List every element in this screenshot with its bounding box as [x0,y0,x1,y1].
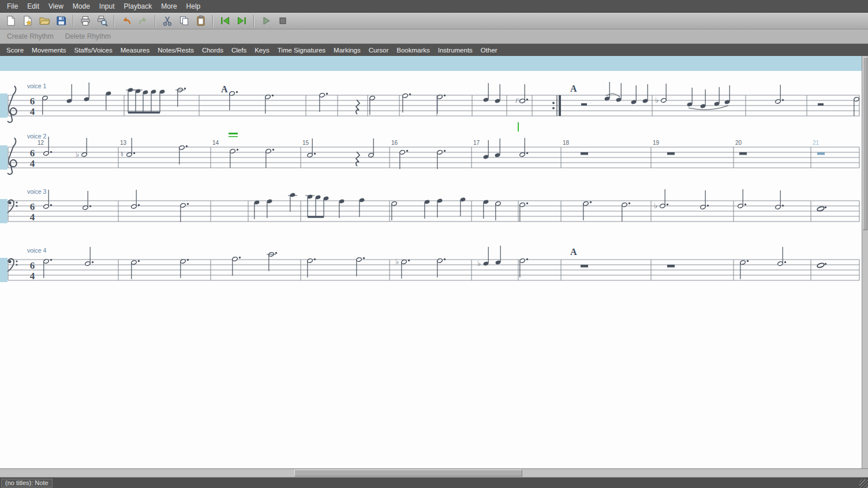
menu-item-movements[interactable]: Movements [28,46,70,54]
svg-text:16: 16 [391,140,398,146]
staff-system-voice-2[interactable]: voice 26412131415161718192021♭♮ [0,130,862,185]
delete-rhythm-button[interactable]: Delete Rhythm [63,31,113,42]
score-view[interactable]: voice 164AFineA♭ voice 26412131415161718… [0,56,868,468]
redo-button[interactable] [136,14,151,28]
mode-toolbar: ScoreMovementsStaffs/VoicesMeasuresNotes… [0,44,868,56]
copy-button[interactable] [177,14,192,28]
create-rhythm-button[interactable]: Create Rhythm [5,31,56,42]
svg-text:voice 4: voice 4 [27,247,46,254]
svg-text:A: A [570,247,577,257]
horizontal-scrollbar-thumb[interactable] [294,470,522,476]
open-file-icon [39,15,50,27]
svg-text:6: 6 [30,260,35,271]
application-window: FileEditViewModeInputPlaybackMoreHelp Cr… [0,0,868,488]
menu-item-notes-rests[interactable]: Notes/Rests [154,46,198,54]
svg-text:6: 6 [30,201,35,212]
toolbar-separator [114,15,115,27]
paste-button[interactable] [193,14,208,28]
paste-icon [195,15,207,27]
status-bar: (no titles): Note [0,478,868,488]
svg-text:20: 20 [735,140,742,146]
horizontal-scrollbar[interactable] [0,468,868,478]
svg-text:A: A [570,84,577,93]
main-toolbar [0,13,868,29]
menu-item-file[interactable]: File [2,1,23,12]
undo-button[interactable] [119,14,134,28]
svg-text:19: 19 [653,140,660,146]
menu-item-more[interactable]: More [156,1,181,12]
menu-item-staffs-voices[interactable]: Staffs/Voices [70,46,116,54]
menu-item-mode[interactable]: Mode [68,1,95,12]
play-button[interactable] [259,14,274,28]
go-to-start-button[interactable] [218,14,233,28]
svg-text:♭: ♭ [76,150,79,159]
rhythm-toolbar: Create Rhythm Delete Rhythm [0,29,868,44]
menu-item-input[interactable]: Input [95,1,119,12]
menu-item-playback[interactable]: Playback [119,1,157,12]
staff-system-voice-1[interactable]: voice 164AFineA♭ [0,78,862,133]
print-icon [80,15,91,27]
menu-item-other[interactable]: Other [477,46,502,54]
menu-item-keys[interactable]: Keys [250,46,274,54]
open-file-button[interactable] [37,14,52,28]
svg-text:voice 3: voice 3 [27,188,46,195]
new-from-template-icon [22,15,33,27]
vertical-scrollbar[interactable] [862,56,868,468]
svg-text:12: 12 [38,140,44,146]
svg-text:13: 13 [120,140,127,146]
toolbar-separator [73,15,74,27]
vertical-scrollbar-thumb[interactable] [863,57,867,230]
svg-text:♭: ♭ [654,201,657,210]
svg-text:14: 14 [212,140,219,146]
menu-item-view[interactable]: View [44,1,68,12]
svg-text:15: 15 [302,140,309,146]
svg-text:4: 4 [30,271,35,281]
menu-item-markings[interactable]: Markings [330,46,365,54]
stop-icon [277,15,289,27]
save-file-icon [55,15,67,27]
menu-item-measures[interactable]: Measures [117,46,154,54]
svg-text:6: 6 [30,148,35,159]
menu-item-instruments[interactable]: Instruments [434,46,477,54]
resize-grip[interactable] [859,479,868,488]
edit-cursor [518,122,519,132]
svg-text:18: 18 [563,140,570,146]
menu-item-clefs[interactable]: Clefs [227,46,250,54]
svg-text:♮: ♮ [121,150,124,159]
print-preview-button[interactable] [95,14,110,28]
print-button[interactable] [78,14,93,28]
svg-text:♭: ♭ [395,257,399,266]
menu-item-time-signatures[interactable]: Time Signatures [274,46,330,54]
menubar: FileEditViewModeInputPlaybackMoreHelp [0,0,868,13]
go-to-end-button[interactable] [234,14,249,28]
menu-item-bookmarks[interactable]: Bookmarks [392,46,434,54]
go-to-start-icon [219,15,231,27]
staff-system-voice-3[interactable]: voice 364♭ [0,183,862,238]
play-icon [260,15,272,27]
toolbar-separator [253,15,255,27]
toolbar-separator [212,15,214,27]
svg-text:voice 2: voice 2 [27,133,46,140]
menu-item-edit[interactable]: Edit [23,1,44,12]
menu-item-help[interactable]: Help [182,1,205,12]
new-from-template-button[interactable] [20,14,35,28]
svg-text:6: 6 [30,96,35,107]
staff-system-voice-4[interactable]: voice 464A♭♭ [0,242,862,297]
go-to-end-icon [236,15,248,27]
menu-item-cursor[interactable]: Cursor [365,46,393,54]
status-text: (no titles): Note [1,479,53,487]
menu-item-score[interactable]: Score [2,46,28,54]
save-file-button[interactable] [54,14,69,28]
svg-text:4: 4 [30,212,35,223]
cut-icon [162,15,173,27]
redo-icon [137,15,149,27]
print-preview-icon [96,15,108,27]
svg-text:4: 4 [30,158,35,169]
svg-text:4: 4 [30,106,35,117]
new-file-button[interactable] [3,14,18,28]
menu-item-chords[interactable]: Chords [198,46,227,54]
svg-text:♭: ♭ [477,259,481,268]
stop-button[interactable] [275,14,290,28]
cut-button[interactable] [160,14,175,28]
svg-text:A: A [221,84,228,94]
